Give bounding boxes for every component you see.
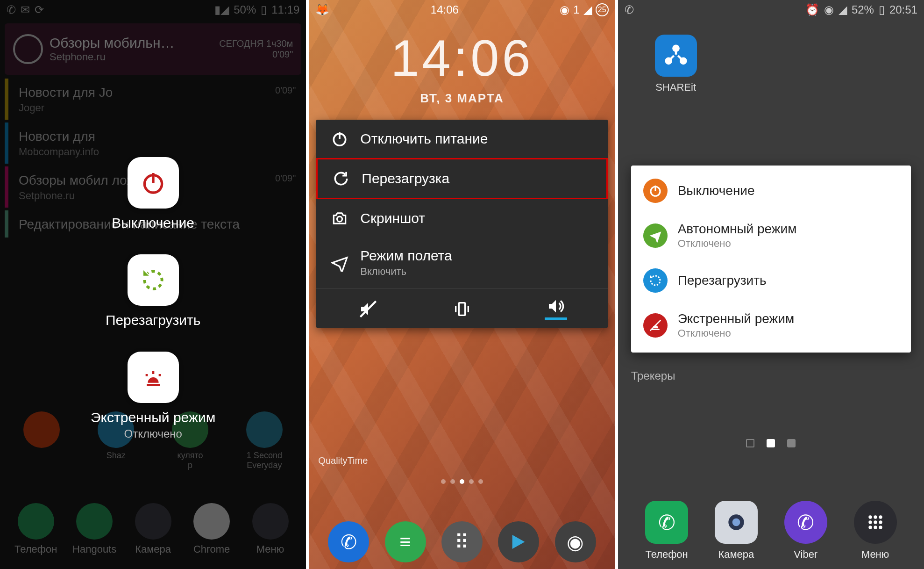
emergency-icon — [128, 352, 179, 403]
airplane-icon — [643, 223, 668, 248]
lock-clock: 14:06 — [309, 28, 615, 87]
popup-title: Выключение — [678, 183, 755, 198]
dock-label: Меню — [854, 548, 897, 561]
viber-status-icon: ✆ — [625, 3, 634, 16]
menu-label: Отключить питание — [360, 131, 488, 147]
menu-airplane[interactable]: Режим полета Включить — [316, 238, 607, 288]
menu-label: Скриншот — [360, 210, 425, 226]
battery-icon: ▯ — [879, 3, 885, 16]
popup-title: Экстренный режим — [678, 311, 795, 326]
svg-point-24 — [874, 520, 877, 524]
phone-1-samsung-power-menu: ✆ ✉ ⟳ ▮◢ 50% ▯ 11:19 Обзоры мобильн… Set… — [0, 0, 306, 569]
airplane-icon — [329, 254, 350, 272]
svg-point-19 — [732, 519, 740, 526]
svg-point-21 — [874, 515, 877, 519]
sound-mode-row — [316, 288, 607, 328]
svg-point-20 — [868, 515, 872, 519]
mute-button[interactable] — [357, 298, 379, 320]
svg-point-28 — [879, 526, 882, 529]
menu-restart[interactable]: Перезагрузка — [316, 158, 607, 199]
power-off-label: Выключение — [112, 215, 194, 231]
wifi-icon: ◉ — [824, 3, 834, 16]
dock-viber[interactable]: ✆ Viber — [784, 501, 827, 561]
emergency-label: Экстренный режим — [91, 410, 215, 425]
sound-button[interactable] — [545, 298, 567, 320]
signal-icon: ◢ — [583, 3, 592, 16]
dock-camera[interactable]: Камера — [715, 501, 758, 561]
dock-messages[interactable]: ≡ — [385, 521, 426, 562]
battery-percent: 52% — [852, 3, 874, 16]
restart-item[interactable]: Перезагрузить — [106, 254, 201, 328]
popup-power-off[interactable]: Выключение — [631, 169, 911, 212]
dock-phone[interactable]: ✆ Телефон — [645, 501, 688, 561]
power-icon — [643, 179, 668, 203]
dock-play[interactable] — [498, 521, 539, 562]
menu-power-off[interactable]: Отключить питание — [316, 120, 607, 158]
svg-rect-3 — [145, 374, 148, 376]
power-menu-overlay: Выключение Перезагрузить Экстренный режи… — [0, 0, 306, 569]
qualitytime-label: QualityTime — [318, 455, 368, 466]
restart-label: Перезагрузить — [106, 312, 201, 328]
svg-rect-2 — [152, 371, 154, 374]
dock: ✆ ≡ ⠿ ◉ — [309, 521, 615, 562]
power-off-item[interactable]: Выключение — [112, 157, 194, 231]
popup-title: Автономный режим — [678, 222, 797, 237]
emergency-item[interactable]: Экстренный режим Отключено — [91, 352, 215, 440]
page-indicator — [309, 479, 615, 484]
status-time: 20:51 — [889, 3, 917, 16]
dock-phone[interactable]: ✆ — [328, 521, 369, 562]
lock-date: ВТ, 3 МАРТА — [309, 91, 615, 106]
svg-point-22 — [879, 515, 882, 519]
power-icon — [329, 130, 350, 148]
popup-restart[interactable]: Перезагрузить — [631, 259, 911, 302]
popup-sub: Отключено — [678, 238, 797, 250]
trackers-folder-label: Трекеры — [631, 369, 675, 382]
svg-rect-9 — [459, 303, 465, 316]
home-page-icon[interactable] — [746, 439, 754, 447]
signal-icon: ◢ — [839, 3, 847, 16]
emergency-icon — [643, 313, 668, 338]
wifi-icon: ◉ — [560, 3, 569, 16]
phone-3-samsung-power-popup: ✆ ⏰ ◉ ◢ 52% ▯ 20:51 SHAREit Выключение — [618, 0, 924, 569]
popup-airplane[interactable]: Автономный режим Отключено — [631, 212, 911, 259]
page-dot[interactable] — [767, 439, 775, 447]
status-bar: ✆ ⏰ ◉ ◢ 52% ▯ 20:51 — [618, 0, 924, 20]
shareit-app[interactable]: SHAREit — [648, 35, 704, 94]
restart-icon — [331, 170, 351, 187]
svg-rect-4 — [158, 374, 161, 376]
sim-indicator: 1 — [573, 3, 579, 16]
svg-point-12 — [673, 46, 678, 51]
power-menu-popup: Выключение Автономный режим Отключено Пе… — [631, 166, 911, 353]
menu-screenshot[interactable]: Скриншот — [316, 199, 607, 238]
dock-label: Камера — [715, 548, 758, 561]
badge-count: 25 — [596, 3, 609, 16]
svg-point-25 — [879, 520, 882, 524]
vibrate-button[interactable] — [451, 298, 473, 320]
svg-point-23 — [868, 520, 872, 524]
emergency-sub: Отключено — [91, 427, 215, 440]
status-bar: 🦊 14:06 ◉ 1 ◢ 25 — [309, 0, 615, 20]
dock-chrome[interactable]: ◉ — [555, 521, 596, 562]
page-indicator — [618, 439, 924, 447]
page-dot[interactable] — [787, 439, 796, 447]
svg-point-26 — [868, 526, 872, 529]
fox-icon: 🦊 — [315, 3, 329, 16]
dock: ✆ Телефон Камера ✆ Viber Меню — [618, 501, 924, 561]
menu-label: Режим полета — [360, 248, 452, 264]
status-time: 14:06 — [431, 3, 459, 16]
menu-label: Перезагрузка — [362, 171, 449, 187]
popup-sub: Отключено — [678, 327, 795, 339]
restart-icon — [643, 268, 668, 293]
phone-2-generic-power-menu: 🦊 14:06 ◉ 1 ◢ 25 14:06 ВТ, 3 МАРТА Отклю… — [309, 0, 615, 569]
dock-label: Телефон — [645, 548, 688, 561]
power-menu: Отключить питание Перезагрузка Скриншот … — [316, 120, 607, 328]
camera-icon — [329, 209, 350, 227]
shareit-icon — [655, 35, 697, 77]
popup-title: Перезагрузить — [678, 273, 767, 288]
dock-menu[interactable]: Меню — [854, 501, 897, 561]
menu-sublabel: Включить — [360, 266, 452, 278]
dock-apps[interactable]: ⠿ — [441, 521, 483, 562]
power-off-icon — [128, 157, 179, 209]
alarm-icon: ⏰ — [805, 3, 819, 16]
popup-emergency[interactable]: Экстренный режим Отключено — [631, 302, 911, 349]
